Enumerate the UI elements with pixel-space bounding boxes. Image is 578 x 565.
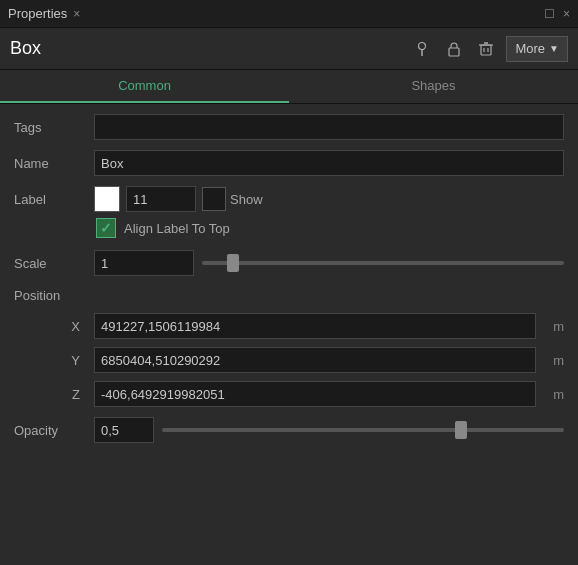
position-section: Position X m Y m Z m: [14, 288, 564, 407]
tags-label: Tags: [14, 120, 94, 135]
position-header-row: Position: [14, 288, 564, 303]
title-bar-restore-btn[interactable]: ☐: [544, 7, 555, 21]
label-num-input[interactable]: [126, 186, 196, 212]
header-row: Box More ▼: [0, 28, 578, 70]
z-input[interactable]: [94, 381, 536, 407]
scale-slider-track[interactable]: [202, 261, 564, 265]
scale-label: Scale: [14, 256, 94, 271]
y-label: Y: [14, 353, 94, 368]
name-row: Name: [14, 150, 564, 176]
x-input[interactable]: [94, 313, 536, 339]
scale-input[interactable]: [94, 250, 194, 276]
label-row: Label Show: [14, 186, 564, 212]
more-label: More: [515, 41, 545, 56]
checkmark-icon: ✓: [100, 220, 112, 236]
more-button[interactable]: More ▼: [506, 36, 568, 62]
name-input[interactable]: [94, 150, 564, 176]
svg-rect-2: [449, 48, 459, 56]
y-row: Y m: [14, 347, 564, 373]
tab-common[interactable]: Common: [0, 70, 289, 103]
trash-icon[interactable]: [474, 37, 498, 61]
scale-slider-thumb[interactable]: [227, 254, 239, 272]
label-show-checkbox[interactable]: [202, 187, 226, 211]
y-unit: m: [542, 353, 564, 368]
more-chevron-icon: ▼: [549, 43, 559, 54]
label-label: Label: [14, 192, 94, 207]
label-show-text: Show: [230, 192, 263, 207]
tags-row: Tags: [14, 114, 564, 140]
header-title: Box: [10, 38, 410, 59]
properties-content: Tags Name Label Show ✓ Align Label To To…: [0, 104, 578, 453]
z-row: Z m: [14, 381, 564, 407]
label-color-picker[interactable]: [94, 186, 120, 212]
opacity-input[interactable]: [94, 417, 154, 443]
pin-icon[interactable]: [410, 37, 434, 61]
title-bar-title: Properties: [8, 6, 67, 21]
align-label-text: Align Label To Top: [124, 221, 230, 236]
x-unit: m: [542, 319, 564, 334]
opacity-slider-track[interactable]: [162, 428, 564, 432]
lock-icon[interactable]: [442, 37, 466, 61]
opacity-row: Opacity: [14, 417, 564, 443]
z-unit: m: [542, 387, 564, 402]
y-input[interactable]: [94, 347, 536, 373]
z-label: Z: [14, 387, 94, 402]
opacity-label: Opacity: [14, 423, 94, 438]
x-row: X m: [14, 313, 564, 339]
header-icons: More ▼: [410, 36, 568, 62]
align-label-row: ✓ Align Label To Top: [14, 218, 564, 238]
tags-input[interactable]: [94, 114, 564, 140]
svg-rect-3: [481, 45, 491, 55]
align-label-checkbox[interactable]: ✓: [96, 218, 116, 238]
title-bar-close-window-btn[interactable]: ×: [563, 7, 570, 21]
title-bar: Properties × ☐ ×: [0, 0, 578, 28]
opacity-slider-thumb[interactable]: [455, 421, 467, 439]
scale-row: Scale: [14, 250, 564, 276]
tabs-bar: Common Shapes: [0, 70, 578, 104]
title-bar-close-btn[interactable]: ×: [73, 7, 80, 21]
name-label: Name: [14, 156, 94, 171]
tab-shapes[interactable]: Shapes: [289, 70, 578, 103]
x-label: X: [14, 319, 94, 334]
position-label: Position: [14, 288, 94, 303]
svg-point-0: [419, 42, 426, 49]
